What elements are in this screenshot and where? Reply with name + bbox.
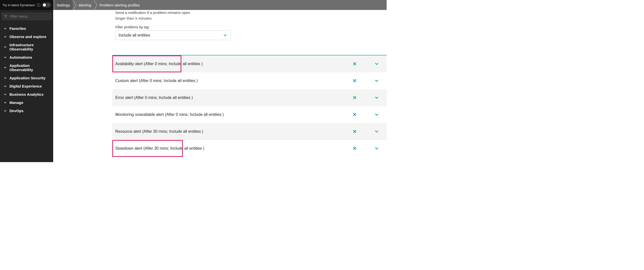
chevron-down-icon xyxy=(4,93,7,96)
close-icon[interactable]: ✕ xyxy=(352,112,357,118)
close-icon[interactable]: ✕ xyxy=(352,78,357,84)
chevron-down-icon xyxy=(4,101,7,104)
alert-row[interactable]: Slowdown alert (After 30 mins; Include a… xyxy=(112,140,386,157)
chevron-down-icon xyxy=(4,109,7,113)
sidebar-item-application-observability[interactable]: Application Observability xyxy=(0,61,53,74)
breadcrumb-item[interactable]: Problem alerting profiles xyxy=(98,0,142,10)
alert-label: Monitoring unavailable alert (After 0 mi… xyxy=(115,112,224,117)
alert-label: Resource alert (After 30 mins; Include a… xyxy=(115,129,203,134)
chevron-down-icon xyxy=(4,45,7,49)
filter-select-value: Include all entities xyxy=(118,33,150,38)
filter-placeholder: Filter menu... xyxy=(10,15,30,19)
filter-menu-input[interactable]: Filter menu... xyxy=(2,13,52,20)
chevron-down-icon xyxy=(4,27,7,30)
alert-row[interactable]: Error alert (After 0 mins; Include all e… xyxy=(112,89,386,106)
sidebar-item-infrastructure-observability[interactable]: Infrastructure Observability xyxy=(0,41,53,53)
alert-row[interactable]: Monitoring unavailable alert (After 0 mi… xyxy=(112,106,386,123)
description: Send a notification if a problem remains… xyxy=(115,10,215,21)
breadcrumb-item[interactable]: Settings xyxy=(55,0,72,10)
svg-marker-0 xyxy=(4,15,7,18)
chevron-down-icon[interactable] xyxy=(374,112,379,117)
sidebar-item-label: Automations xyxy=(10,55,32,59)
chevron-down-icon xyxy=(223,33,227,38)
alert-label: Custom alert (After 0 mins; Include all … xyxy=(115,79,198,83)
close-icon[interactable]: ✕ xyxy=(352,95,357,101)
sidebar-item-label: Infrastructure Observability xyxy=(10,43,50,51)
filter-icon xyxy=(4,15,8,18)
alert-label: Availability alert (After 0 mins; Includ… xyxy=(115,62,203,66)
breadcrumb-item[interactable]: Alerting xyxy=(77,0,94,10)
main: SettingsAlertingProblem alerting profile… xyxy=(53,0,386,162)
sidebar-item-automations[interactable]: Automations xyxy=(0,53,53,61)
content: Send a notification if a problem remains… xyxy=(53,10,386,162)
chevron-down-icon xyxy=(4,85,7,88)
chevron-down-icon[interactable] xyxy=(374,129,379,134)
sidebar-item-label: Application Security xyxy=(10,76,46,80)
alert-label: Error alert (After 0 mins; Include all e… xyxy=(115,96,193,100)
close-icon[interactable]: ✕ xyxy=(352,129,357,135)
sidebar-item-label: Business Analytics xyxy=(10,92,44,96)
sidebar-item-label: DevOps xyxy=(10,109,24,113)
chevron-down-icon xyxy=(4,76,7,80)
sidebar-nav: FavoritesObserve and exploreInfrastructu… xyxy=(0,23,53,116)
sidebar-item-manage[interactable]: Manage xyxy=(0,98,53,107)
try-latest-label: Try in latest Dynatrace xyxy=(2,3,35,7)
chevron-down-icon xyxy=(4,35,7,39)
latest-toggle[interactable] xyxy=(42,3,51,7)
sidebar-item-application-security[interactable]: Application Security xyxy=(0,74,53,82)
filter-section: Filter problems by tag Include all entit… xyxy=(115,25,386,40)
sidebar-item-business-analytics[interactable]: Business Analytics xyxy=(0,90,53,98)
breadcrumb: SettingsAlertingProblem alerting profile… xyxy=(53,0,386,10)
sidebar-item-devops[interactable]: DevOps xyxy=(0,107,53,115)
alert-list: Availability alert (After 0 mins; Includ… xyxy=(112,55,386,157)
sidebar-item-digital-experience[interactable]: Digital Experience xyxy=(0,82,53,90)
chevron-down-icon[interactable] xyxy=(374,146,379,151)
sidebar-item-label: Favorites xyxy=(10,26,26,31)
alert-row[interactable]: Custom alert (After 0 mins; Include all … xyxy=(112,72,386,89)
chevron-down-icon[interactable] xyxy=(374,78,379,83)
close-icon[interactable]: ✕ xyxy=(352,61,357,67)
filter-select[interactable]: Include all entities xyxy=(115,31,230,40)
chevron-down-icon xyxy=(4,56,7,59)
chevron-right-icon xyxy=(72,0,77,10)
close-icon[interactable]: ✕ xyxy=(352,145,357,151)
chevron-down-icon[interactable] xyxy=(374,95,379,100)
sidebar-item-label: Digital Experience xyxy=(10,84,42,88)
sidebar-top-bar: Try in latest Dynatrace i xyxy=(0,0,53,10)
sidebar-item-label: Application Observability xyxy=(10,63,50,72)
alert-row[interactable]: Resource alert (After 30 mins; Include a… xyxy=(112,123,386,140)
alert-label: Slowdown alert (After 30 mins; Include a… xyxy=(115,146,204,151)
chevron-down-icon xyxy=(4,66,7,69)
chevron-down-icon[interactable] xyxy=(374,61,379,66)
chevron-right-icon xyxy=(94,0,98,10)
sidebar: Try in latest Dynatrace i Filter menu...… xyxy=(0,0,53,162)
sidebar-item-label: Observe and explore xyxy=(10,35,46,39)
alert-row[interactable]: Availability alert (After 0 mins; Includ… xyxy=(112,56,386,72)
info-icon[interactable]: i xyxy=(37,3,40,7)
sidebar-item-observe-and-explore[interactable]: Observe and explore xyxy=(0,33,53,41)
filter-label: Filter problems by tag xyxy=(115,25,386,29)
sidebar-item-label: Manage xyxy=(10,100,23,105)
sidebar-item-favorites[interactable]: Favorites xyxy=(0,24,53,33)
